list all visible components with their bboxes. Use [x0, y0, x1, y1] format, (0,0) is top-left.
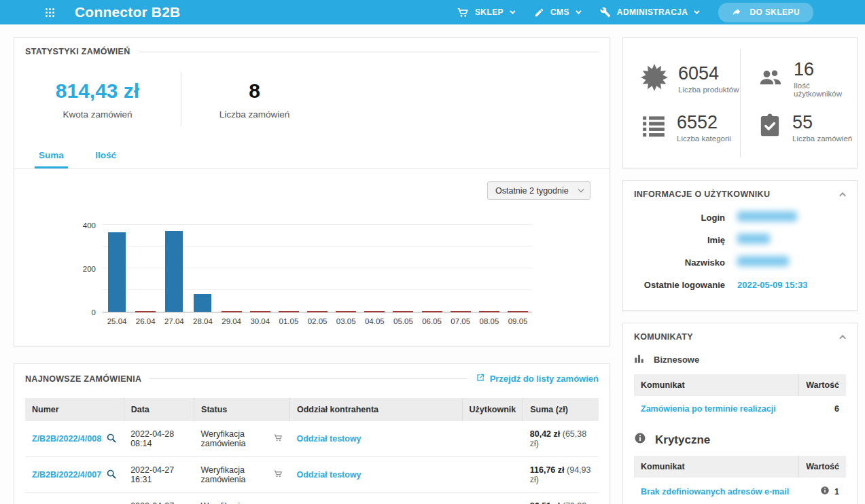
brand-logo[interactable]: Connector B2B [75, 4, 180, 20]
user-field-last-login: Ostatnie logowanie 2022-05-09 15:33 [623, 278, 857, 291]
menu-cms-label: CMS [550, 7, 569, 17]
field-label: Nazwisko [623, 257, 725, 268]
chart-xlabel: 08.05 [475, 317, 504, 325]
kpi-label: Kwota zamówień [14, 109, 181, 120]
panel-title: STATYSTYKI ZAMÓWIEŃ [25, 47, 130, 56]
contractor-branch-link[interactable]: Oddział testowy [296, 434, 361, 444]
chart-xlabel: 06.05 [418, 317, 446, 325]
go-to-orders-label: Przejdź do listy zamówień [490, 374, 599, 384]
chart-xlabel: 28.04 [188, 317, 217, 325]
chart-xlabel: 09.05 [504, 317, 532, 325]
menu-sklep[interactable]: SKLEP [457, 7, 514, 18]
chart-xlabel: 25.04 [103, 317, 131, 325]
order-date: 2022-04-27 15:44 [124, 493, 194, 504]
messages-table-header: Komunikat Wartość [634, 374, 846, 396]
redacted-lastname-value [737, 256, 789, 266]
col-status: Status [194, 398, 290, 421]
stat-orders: 55 Liczba zamówień [740, 103, 857, 152]
stat-value: 16 [794, 59, 857, 80]
stat-label: Liczba produktów [678, 86, 739, 94]
section-krytyczne: Krytyczne [634, 432, 846, 448]
chart-bar [194, 294, 211, 312]
apps-grid-icon[interactable] [45, 7, 56, 18]
chevron-down-icon [578, 187, 584, 192]
orders-table-header: Numer Data Status Oddział kontrahenta Uż… [25, 398, 599, 421]
col-komunikat: Komunikat [634, 456, 799, 478]
navbar-menu: SKLEP CMS ADMINISTRACJA DO SKLEPU [457, 3, 813, 22]
burst-icon [641, 64, 668, 94]
order-date: 2022-04-28 08:14 [124, 421, 194, 457]
kpi-order-amount: 814,43 zł Kwota zamówień [14, 79, 181, 120]
divider [740, 49, 741, 157]
order-status: Weryfikacja zamówienia [201, 465, 270, 484]
info-icon [634, 432, 646, 448]
external-link-icon [476, 373, 485, 384]
date-range-value: Ostatnie 2 tygodnie [495, 186, 569, 196]
stat-products: 6054 Liczba produktów [623, 54, 740, 103]
magnifier-icon[interactable] [106, 433, 117, 446]
chart-zero-marker [393, 311, 413, 312]
chart-xaxis: 25.0426.0427.0428.0429.0430.0401.0502.05… [103, 317, 532, 325]
collapse-chevron-icon[interactable] [839, 334, 846, 341]
tab-suma[interactable]: Suma [35, 146, 68, 168]
chart-xlabel: 05.05 [389, 317, 417, 325]
chart-xlabel: 27.04 [160, 317, 188, 325]
panel-title: KOMUNIKATY [634, 332, 693, 342]
cart-status-icon [274, 469, 283, 480]
kpi-label: Liczba zamówień [181, 109, 328, 120]
message-link[interactable]: Zamówienia po terminie realizacji [641, 404, 776, 414]
date-range-select[interactable]: Ostatnie 2 tygodnie [487, 181, 590, 200]
messages-table-header: Komunikat Wartość [634, 456, 846, 478]
order-total: 86,51 zł [530, 501, 560, 504]
messages-panel: KOMUNIKATY Biznesowe Komunikat Wartość Z… [622, 323, 858, 504]
divider [139, 52, 599, 52]
stat-value: 55 [792, 112, 852, 133]
top-navbar: Connector B2B SKLEP CMS ADMINISTRACJA [0, 0, 865, 24]
order-number-link[interactable]: Z/B2B/2022/4/007 [32, 470, 101, 480]
col-numer: Numer [25, 398, 124, 421]
panel-title: INFORMACJE O UŻYTKOWNIKU [634, 190, 770, 199]
stat-label: Liczba kategorii [677, 134, 731, 143]
chevron-down-icon [576, 8, 581, 14]
col-wartosc: Wartość [799, 374, 846, 396]
magnifier-icon[interactable] [106, 469, 117, 482]
clipboard-check-icon [758, 113, 782, 141]
pencil-icon [534, 7, 544, 18]
do-sklepu-button[interactable]: DO SKLEPU [718, 3, 813, 22]
message-link[interactable]: Brak zdefiniowanych adresów e-mail [641, 487, 789, 497]
kpi-value: 814,43 zł [14, 79, 181, 103]
chart-zero-marker [307, 311, 328, 312]
do-sklepu-label: DO SKLEPU [749, 7, 800, 17]
table-row: Z/B2B/2022/4/008 2022-04-28 08:14 Weryfi… [25, 421, 599, 457]
kpi-order-count: 8 Liczba zamówień [181, 79, 328, 120]
col-uzytkownik: Użytkownik [462, 398, 523, 421]
stat-label: Ilość użytkowników [794, 82, 857, 98]
collapse-chevron-icon[interactable] [839, 192, 846, 198]
menu-administracja[interactable]: ADMINISTRACJA [600, 7, 699, 18]
order-stats-panel: STATYSTYKI ZAMÓWIEŃ 814,43 zł Kwota zamó… [14, 37, 610, 346]
chart-xlabel: 03.05 [332, 317, 360, 325]
chart-xlabel: 29.04 [217, 317, 246, 325]
message-value: 6 [799, 396, 846, 420]
user-field-nazwisko: Nazwisko [623, 256, 857, 268]
chart-bar [165, 231, 183, 312]
chart-xlabel: 02.05 [303, 317, 332, 325]
chart-ytick: 0 [71, 308, 96, 317]
orders-bar-chart: 0200400 25.0426.0427.0428.0429.0430.0401… [103, 226, 532, 325]
krytyczne-table: Komunikat Wartość Brak zdefiniowanych ad… [634, 456, 846, 504]
chevron-down-icon [694, 8, 700, 14]
tab-ilosc[interactable]: Ilość [91, 146, 120, 168]
chart-bar [108, 232, 126, 312]
order-status: Weryfikacja zamówienia [201, 429, 270, 448]
menu-sklep-label: SKLEP [475, 7, 504, 17]
users-icon [758, 65, 783, 93]
col-wartosc: Wartość [799, 456, 846, 478]
table-row: Brak zdefiniowanych adresów e-mail 1 [634, 478, 846, 504]
redacted-firstname-value [737, 234, 770, 244]
go-to-orders-link[interactable]: Przejdź do listy zamówień [476, 373, 599, 384]
chart-ytick: 400 [71, 221, 96, 230]
contractor-branch-link[interactable]: Oddział testowy [296, 470, 361, 480]
menu-cms[interactable]: CMS [534, 7, 580, 18]
stat-value: 6054 [678, 63, 739, 84]
order-number-link[interactable]: Z/B2B/2022/4/008 [32, 434, 101, 444]
